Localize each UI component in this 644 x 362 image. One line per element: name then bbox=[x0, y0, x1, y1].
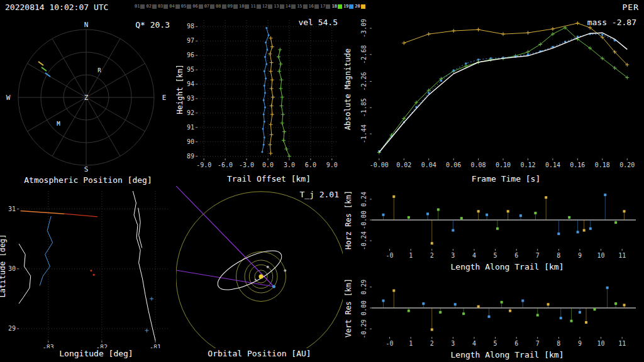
station-number: 01 bbox=[135, 4, 140, 9]
svg-text:1: 1 bbox=[409, 340, 413, 347]
svg-text:Absolute Magnitude: Absolute Magnitude bbox=[343, 48, 352, 130]
svg-text:Horz Res [km]: Horz Res [km] bbox=[344, 190, 353, 250]
vertical-residuals-panel: -012345678910110.290.00-0.29Vert Res [km… bbox=[343, 274, 644, 362]
svg-text:0.0: 0.0 bbox=[262, 162, 274, 168]
station-indicator-10[interactable]: 10 bbox=[239, 4, 249, 9]
velocity-label: vel 54.5 bbox=[298, 18, 338, 27]
station-status-box bbox=[349, 4, 353, 9]
svg-text:6: 6 bbox=[514, 340, 518, 347]
svg-text:0.04: 0.04 bbox=[421, 162, 436, 168]
station-number: 07 bbox=[204, 4, 209, 9]
station-indicator-19[interactable]: 19 bbox=[343, 4, 353, 9]
station-status-box bbox=[245, 4, 249, 9]
station-indicator-16[interactable]: 16 bbox=[309, 4, 319, 9]
atmospheric-position-panel: NESWZRM Q* 20.3 Atmospheric Position [de… bbox=[0, 15, 176, 186]
horz-length-caption: Length Along Trail [km] bbox=[370, 262, 644, 272]
svg-text:-0: -0 bbox=[386, 252, 394, 259]
trail-offset-caption: Trail Offset [km] bbox=[195, 174, 343, 184]
svg-text:Latitude [deg]: Latitude [deg] bbox=[0, 234, 7, 297]
svg-text:0.14: 0.14 bbox=[545, 162, 560, 168]
station-status-box bbox=[175, 4, 180, 9]
svg-text:30: 30 bbox=[8, 265, 16, 272]
svg-text:10: 10 bbox=[597, 340, 605, 347]
status-bar: 20220814 10:02:07 UTC 010203040506070809… bbox=[0, 0, 644, 15]
svg-text:-82: -82 bbox=[96, 344, 108, 348]
station-number: 04 bbox=[169, 4, 174, 9]
svg-text:3: 3 bbox=[451, 252, 455, 259]
station-number: 10 bbox=[239, 4, 244, 9]
svg-text:4: 4 bbox=[472, 340, 476, 347]
station-indicator-01[interactable]: 01 bbox=[135, 4, 145, 9]
svg-text:92: 92 bbox=[187, 109, 194, 116]
station-indicator-17[interactable]: 17 bbox=[320, 4, 330, 9]
svg-text:Height [km]: Height [km] bbox=[176, 64, 184, 114]
svg-text:1: 1 bbox=[409, 252, 413, 259]
station-indicator-12[interactable]: 12 bbox=[262, 4, 272, 9]
station-indicator-03[interactable]: 03 bbox=[158, 4, 168, 9]
svg-text:-0.29: -0.29 bbox=[360, 319, 367, 338]
frame-time-caption: Frame Time [s] bbox=[368, 174, 644, 184]
station-number: 17 bbox=[320, 4, 325, 9]
ground-map-plot: -83-82-81293031Latitude [deg] bbox=[0, 186, 176, 348]
station-number: 11 bbox=[250, 4, 255, 9]
svg-text:0.29: 0.29 bbox=[360, 280, 367, 295]
station-status-box bbox=[257, 4, 261, 9]
station-number: 20 bbox=[355, 4, 360, 9]
station-indicator-06[interactable]: 06 bbox=[192, 4, 203, 9]
utc-timestamp: 20220814 10:02:07 UTC bbox=[5, 3, 108, 12]
svg-text:-83: -83 bbox=[43, 344, 54, 348]
svg-text:2: 2 bbox=[430, 252, 434, 259]
station-indicator-07[interactable]: 07 bbox=[204, 4, 214, 9]
svg-text:94: 94 bbox=[187, 80, 194, 87]
station-indicator-18[interactable]: 18 bbox=[331, 4, 341, 9]
station-indicator-13[interactable]: 13 bbox=[274, 4, 284, 9]
svg-text:0.16: 0.16 bbox=[570, 162, 585, 168]
station-status-box bbox=[338, 4, 342, 9]
vertical-residuals-plot: -012345678910110.290.00-0.29Vert Res [km… bbox=[343, 274, 644, 351]
station-indicator-14[interactable]: 14 bbox=[286, 4, 296, 9]
svg-text:90: 90 bbox=[187, 138, 194, 145]
station-indicator-09[interactable]: 09 bbox=[228, 4, 238, 9]
station-status-box bbox=[326, 4, 330, 9]
station-indicator-15[interactable]: 15 bbox=[297, 4, 307, 9]
svg-text:Vert Res [km]: Vert Res [km] bbox=[344, 278, 353, 337]
svg-text:0.02: 0.02 bbox=[396, 162, 411, 168]
station-indicator-05[interactable]: 05 bbox=[181, 4, 191, 9]
station-indicator-11[interactable]: 11 bbox=[250, 4, 260, 9]
atmospheric-caption: Atmospheric Position [deg] bbox=[0, 175, 176, 185]
svg-text:11: 11 bbox=[618, 340, 626, 347]
station-indicator-08[interactable]: 08 bbox=[216, 4, 226, 9]
station-status-box bbox=[280, 4, 284, 9]
svg-text:8: 8 bbox=[557, 252, 560, 259]
svg-text:9: 9 bbox=[578, 340, 582, 347]
station-indicator-20[interactable]: 20 bbox=[355, 4, 365, 9]
horizontal-residuals-panel: -012345678910110.24-0.00-0.24Horz Res [k… bbox=[343, 186, 644, 274]
station-number: 08 bbox=[216, 4, 221, 9]
station-status-box bbox=[152, 4, 157, 9]
svg-text:E: E bbox=[162, 94, 167, 102]
svg-text:Z: Z bbox=[84, 94, 89, 102]
svg-text:11: 11 bbox=[618, 252, 626, 259]
svg-text:5: 5 bbox=[494, 340, 497, 347]
svg-text:3.0: 3.0 bbox=[284, 162, 295, 168]
station-status-box bbox=[164, 4, 168, 9]
svg-text:3: 3 bbox=[451, 340, 455, 347]
svg-text:4: 4 bbox=[472, 252, 476, 259]
station-indicator-04[interactable]: 04 bbox=[169, 4, 179, 9]
station-indicator-02[interactable]: 02 bbox=[146, 4, 156, 9]
station-number: 13 bbox=[274, 4, 279, 9]
station-status-box bbox=[303, 4, 308, 9]
svg-text:7: 7 bbox=[536, 252, 540, 259]
orbital-position-plot bbox=[176, 186, 343, 348]
svg-text:N: N bbox=[84, 21, 89, 29]
svg-text:98: 98 bbox=[187, 23, 194, 30]
station-number: 19 bbox=[343, 4, 348, 9]
tisserand-label: T_j 2.01 bbox=[299, 190, 339, 199]
svg-text:W: W bbox=[6, 94, 11, 102]
svg-text:S: S bbox=[84, 165, 89, 173]
svg-text:9: 9 bbox=[578, 252, 582, 259]
station-number: 14 bbox=[286, 4, 291, 9]
svg-text:6: 6 bbox=[514, 252, 518, 259]
svg-text:0.06: 0.06 bbox=[446, 162, 461, 168]
station-number: 03 bbox=[158, 4, 163, 9]
